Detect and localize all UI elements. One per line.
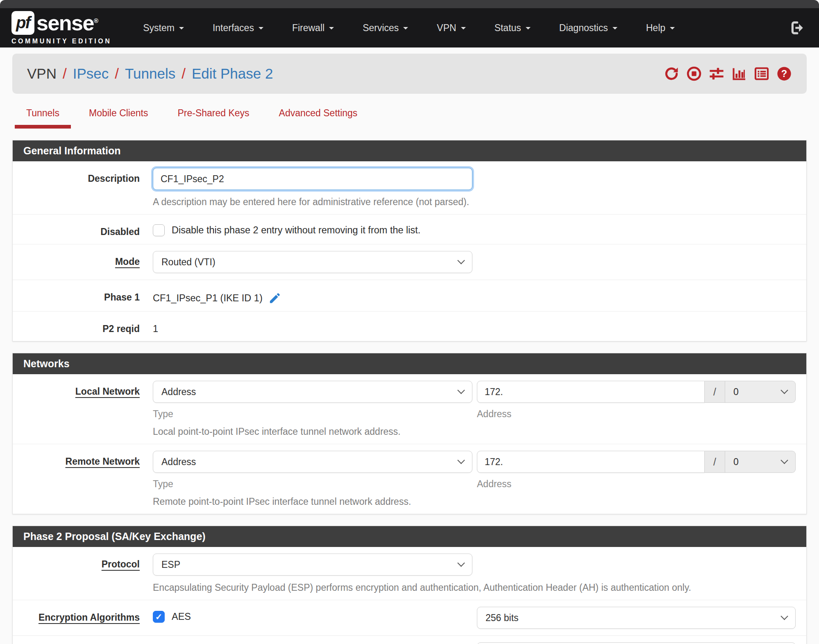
main-navbar: pf sense® COMMUNITY EDITION System Inter…: [0, 8, 819, 47]
sliders-icon[interactable]: [709, 66, 724, 81]
p2reqid-label: P2 reqid: [13, 318, 153, 334]
aes-checkbox-label: AES: [172, 611, 191, 622]
svg-text:?: ?: [781, 68, 787, 79]
nav-item-vpn[interactable]: VPN: [422, 17, 480, 39]
chevron-down-icon: [461, 27, 466, 32]
row-p2reqid: P2 reqid 1: [13, 312, 806, 341]
nav-item-services[interactable]: Services: [348, 17, 422, 39]
logo-subtitle: COMMUNITY EDITION: [11, 38, 111, 45]
mode-select[interactable]: Routed (VTI): [153, 251, 472, 273]
protocol-select[interactable]: ESP: [153, 554, 472, 576]
breadcrumb-bar: VPN / IPsec / Tunnels / Edit Phase 2 ?: [12, 54, 807, 94]
row-remote-network: Remote Network Address / 0 Type Address …: [13, 444, 806, 514]
tab-tunnels[interactable]: Tunnels: [26, 108, 59, 129]
local-network-label: Local Network: [13, 381, 153, 437]
aes128gcm-bits-select[interactable]: Auto: [477, 642, 796, 644]
row-description: Description A description may be entered…: [13, 161, 806, 215]
aes-bits-select[interactable]: 256 bits: [477, 607, 796, 629]
protocol-label: Protocol: [13, 554, 153, 593]
pf-logo-box: pf: [11, 11, 34, 35]
breadcrumb-link-ipsec[interactable]: IPsec: [73, 66, 109, 82]
chevron-down-icon: [780, 612, 788, 620]
chevron-down-icon: [329, 27, 334, 32]
refresh-icon[interactable]: [664, 66, 679, 81]
list-icon[interactable]: [754, 66, 769, 81]
stop-icon[interactable]: [686, 66, 702, 81]
breadcrumb-separator: /: [115, 66, 119, 82]
tab-pre-shared-keys[interactable]: Pre-Shared Keys: [177, 108, 249, 129]
chevron-down-icon: [457, 257, 465, 264]
phase1-value: CF1_IPsec_P1 (IKE ID 1): [153, 293, 263, 304]
breadcrumb-link-tunnels[interactable]: Tunnels: [125, 66, 175, 82]
row-mode: Mode Routed (VTI): [13, 244, 806, 280]
disabled-checkbox[interactable]: [153, 224, 165, 236]
row-local-network: Local Network Address / 0 Type Address L…: [13, 374, 806, 444]
remote-type-select[interactable]: Address: [153, 451, 472, 473]
breadcrumb-current-edit-phase-2: Edit Phase 2: [192, 66, 273, 82]
chevron-down-icon: [780, 386, 788, 394]
breadcrumb-section: VPN: [27, 66, 57, 82]
row-phase1: Phase 1 CF1_IPsec_P1 (IKE ID 1): [13, 280, 806, 312]
panel-general-information: General Information Description A descri…: [12, 140, 807, 341]
local-address-input[interactable]: [477, 381, 705, 403]
encryption-row2-label-spacer: [13, 642, 153, 644]
panel-phase2-proposal: Phase 2 Proposal (SA/Key Exchange) Proto…: [12, 526, 807, 644]
remote-address-input[interactable]: [477, 451, 705, 473]
local-address-group: / 0: [477, 381, 796, 403]
row-encryption-aes: Encryption Algorithms AES 256 bits: [13, 600, 806, 636]
chevron-down-icon: [526, 27, 531, 32]
chevron-down-icon: [457, 456, 465, 464]
disabled-checkbox-label: Disable this phase 2 entry without remov…: [172, 225, 420, 236]
disabled-label: Disabled: [13, 221, 153, 237]
local-network-help: Local point-to-point IPsec interface tun…: [153, 426, 796, 437]
nav-item-system[interactable]: System: [129, 17, 198, 39]
panel-title: Phase 2 Proposal (SA/Key Exchange): [13, 526, 806, 547]
nav-item-status[interactable]: Status: [480, 17, 545, 39]
tab-advanced-settings[interactable]: Advanced Settings: [279, 108, 358, 129]
help-icon[interactable]: ?: [776, 66, 792, 81]
local-type-select[interactable]: Address: [153, 381, 472, 403]
window-top-strip: [0, 0, 819, 8]
protocol-help: Encapsulating Security Payload (ESP) per…: [153, 582, 796, 593]
row-encryption-aes128gcm: AES128-GCM Auto: [13, 636, 806, 644]
remote-address-group: / 0: [477, 451, 796, 473]
chevron-down-icon: [457, 559, 465, 567]
local-mask-select[interactable]: 0: [725, 381, 796, 403]
ipsec-tabs: Tunnels Mobile Clients Pre-Shared Keys A…: [12, 108, 807, 129]
breadcrumb-separator: /: [63, 66, 67, 82]
nav-item-help[interactable]: Help: [632, 17, 689, 39]
aes-checkbox[interactable]: [153, 611, 165, 623]
phase1-label: Phase 1: [13, 287, 153, 305]
chevron-down-icon: [179, 27, 184, 32]
chevron-down-icon: [403, 27, 408, 32]
edit-pencil-icon[interactable]: [268, 292, 281, 305]
sense-logo-text: sense®: [36, 12, 98, 34]
nav-item-interfaces[interactable]: Interfaces: [198, 17, 278, 39]
nav-item-diagnostics[interactable]: Diagnostics: [545, 17, 632, 39]
chevron-down-icon: [670, 27, 675, 32]
pf-logo-text: pf: [16, 14, 30, 32]
remote-mask-select[interactable]: 0: [725, 451, 796, 473]
local-type-caption: Type: [153, 409, 472, 420]
local-address-caption: Address: [477, 409, 796, 420]
breadcrumb-separator: /: [181, 66, 186, 82]
panel-networks: Networks Local Network Address / 0 Type …: [12, 353, 807, 514]
logout-icon[interactable]: [788, 19, 808, 36]
tab-mobile-clients[interactable]: Mobile Clients: [89, 108, 148, 129]
remote-network-label: Remote Network: [13, 451, 153, 507]
mode-label: Mode: [13, 251, 153, 273]
pfsense-logo[interactable]: pf sense® COMMUNITY EDITION: [11, 11, 111, 45]
description-input[interactable]: [153, 168, 472, 190]
row-disabled: Disabled Disable this phase 2 entry with…: [13, 215, 806, 244]
remote-network-help: Remote point-to-point IPsec interface tu…: [153, 496, 796, 507]
bar-chart-icon[interactable]: [731, 66, 747, 81]
chevron-down-icon: [457, 386, 465, 394]
panel-title: Networks: [13, 353, 806, 374]
chevron-down-icon: [780, 456, 788, 464]
description-help: A description may be entered here for ad…: [153, 197, 796, 208]
slash-addon: /: [705, 451, 725, 473]
nav-item-firewall[interactable]: Firewall: [278, 17, 348, 39]
remote-type-caption: Type: [153, 479, 472, 490]
p2reqid-value: 1: [153, 318, 796, 334]
row-protocol: Protocol ESP Encapsulating Security Payl…: [13, 547, 806, 600]
